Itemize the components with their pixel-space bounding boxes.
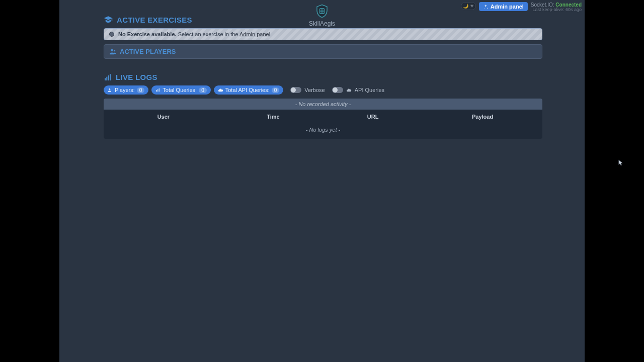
total-api-queries-pill: Total API Queries: 0 xyxy=(214,85,284,95)
live-logs-title: LIVE LOGS xyxy=(116,73,157,81)
svg-point-4 xyxy=(484,8,485,9)
svg-point-5 xyxy=(111,49,113,51)
live-logs-section: LIVE LOGS Players: 0 Total Queries: 0 xyxy=(104,73,542,139)
socket-status: Socket.IO: Connected Last keep-alive: 60… xyxy=(531,2,582,13)
notice-period: . xyxy=(270,31,272,37)
svg-rect-7 xyxy=(105,78,106,80)
svg-rect-12 xyxy=(156,90,157,92)
live-logs-heading: LIVE LOGS xyxy=(104,73,542,81)
topbar: 🌙 ☀ Admin panel Socket.IO: Connected Las… xyxy=(461,2,582,13)
sparkle-icon xyxy=(483,4,489,10)
players-pill: Players: 0 xyxy=(104,85,148,95)
svg-point-6 xyxy=(114,50,115,51)
moon-icon: 🌙 xyxy=(463,4,468,9)
svg-rect-13 xyxy=(157,89,158,92)
total-queries-value: 0 xyxy=(199,87,207,93)
no-logs-placeholder: - No logs yet - xyxy=(104,124,542,136)
notice-strong: No Exercise available. xyxy=(118,31,177,37)
status-dot-icon xyxy=(109,32,114,37)
total-api-queries-value: 0 xyxy=(272,87,280,93)
svg-rect-8 xyxy=(106,76,107,80)
admin-panel-label: Admin panel xyxy=(491,4,524,10)
verbose-toggle-group: Verbose xyxy=(290,87,325,93)
svg-rect-14 xyxy=(159,88,159,92)
keepalive-text: Last keep-alive: 60s ago xyxy=(531,8,582,13)
activity-placeholder: - No recorded activity - xyxy=(104,99,542,110)
svg-rect-10 xyxy=(110,74,111,80)
logs-header-row: User Time URL Payload xyxy=(104,110,542,124)
stats-pills-row: Players: 0 Total Queries: 0 Total API Qu… xyxy=(104,85,542,95)
users-icon xyxy=(109,48,117,55)
admin-panel-link[interactable]: Admin panel xyxy=(239,31,270,37)
col-url: URL xyxy=(323,114,423,120)
theme-toggle[interactable]: 🌙 ☀ xyxy=(461,2,476,10)
notice-body: Select an exercise in the xyxy=(178,31,239,37)
total-queries-pill: Total Queries: 0 xyxy=(151,85,210,95)
svg-point-11 xyxy=(109,88,110,90)
svg-rect-9 xyxy=(108,75,109,80)
notice-text: No Exercise available. Select an exercis… xyxy=(118,31,272,37)
active-exercises-heading: ACTIVE EXERCISES xyxy=(104,15,542,24)
bars-icon xyxy=(155,87,160,93)
no-exercise-notice: No Exercise available. Select an exercis… xyxy=(104,28,542,40)
players-pill-value: 0 xyxy=(137,87,145,93)
total-queries-label: Total Queries: xyxy=(163,87,197,93)
svg-point-3 xyxy=(487,8,488,8)
active-exercises-title: ACTIVE EXERCISES xyxy=(117,16,192,24)
verbose-label: Verbose xyxy=(304,87,325,93)
col-user: User xyxy=(104,114,223,120)
api-queries-label: API Queries xyxy=(355,87,384,93)
signal-bars-icon xyxy=(104,73,112,81)
sun-icon: ☀ xyxy=(470,4,474,9)
cloud-icon xyxy=(218,87,223,93)
active-players-title: ACTIVE PLAYERS xyxy=(120,48,176,55)
cloud-small-icon xyxy=(346,87,352,93)
col-payload: Payload xyxy=(423,114,542,120)
active-players-bar[interactable]: ACTIVE PLAYERS xyxy=(104,44,542,59)
admin-panel-button[interactable]: Admin panel xyxy=(479,2,528,11)
cursor-icon xyxy=(618,159,624,167)
players-pill-label: Players: xyxy=(115,87,135,93)
api-queries-toggle-group: API Queries xyxy=(332,87,384,93)
users-small-icon xyxy=(108,87,113,93)
graduation-cap-icon xyxy=(104,15,113,24)
app-root: SkillAegis 🌙 ☀ Admin panel Socket.IO: Co… xyxy=(59,0,585,362)
total-api-queries-label: Total API Queries: xyxy=(225,87,270,93)
main-content: ACTIVE EXERCISES No Exercise available. … xyxy=(104,15,542,139)
api-queries-toggle[interactable] xyxy=(332,87,343,93)
col-time: Time xyxy=(223,114,323,120)
verbose-toggle[interactable] xyxy=(290,87,301,93)
logs-table: User Time URL Payload - No logs yet - xyxy=(104,110,542,139)
